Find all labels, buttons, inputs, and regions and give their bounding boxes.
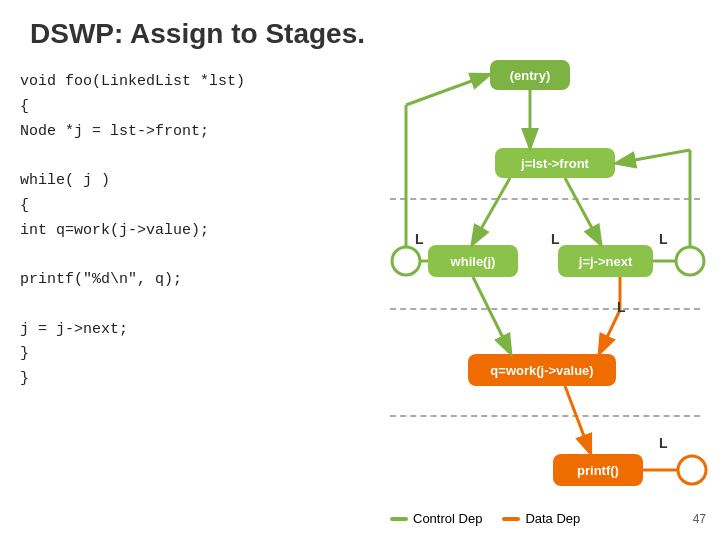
legend-data-dep: Data Dep: [502, 511, 580, 526]
stage-jlst: j=lst->front: [495, 148, 615, 178]
code-line-12: }: [20, 342, 245, 367]
code-line-9: printf("%d\n", q);: [20, 268, 245, 293]
svg-line-16: [600, 310, 620, 352]
code-line-11: j = j->next;: [20, 318, 245, 343]
code-line-8: [20, 243, 245, 268]
data-dep-label: Data Dep: [525, 511, 580, 526]
code-line-13: }: [20, 367, 245, 392]
slide-number: 47: [693, 512, 706, 526]
separator-line-3: [390, 415, 700, 417]
svg-text:L: L: [617, 299, 626, 315]
svg-line-7: [618, 150, 690, 163]
svg-point-4: [676, 247, 704, 275]
stage-entry: (entry): [490, 60, 570, 90]
separator-line-2: [390, 308, 700, 310]
svg-point-13: [678, 456, 706, 484]
control-dep-label: Control Dep: [413, 511, 482, 526]
code-line-6: {: [20, 194, 245, 219]
slide-title: DSWP: Assign to Stages.: [30, 18, 365, 50]
svg-text:L: L: [551, 231, 560, 247]
svg-text:L: L: [659, 231, 668, 247]
svg-line-3: [473, 277, 510, 352]
legend-control-dep: Control Dep: [390, 511, 482, 526]
control-dep-color: [390, 517, 408, 521]
data-dep-color: [502, 517, 520, 521]
svg-text:L: L: [659, 435, 668, 451]
stage-printf: printf(): [553, 454, 643, 486]
svg-line-12: [565, 386, 590, 452]
code-line-1: void foo(LinkedList *lst): [20, 70, 245, 95]
code-line-2: {: [20, 95, 245, 120]
svg-line-2: [565, 178, 600, 243]
svg-line-1: [473, 178, 510, 243]
svg-text:L: L: [415, 231, 424, 247]
stage-jjnext: j=j->next: [558, 245, 653, 277]
stage-qwork: q=work(j->value): [468, 354, 616, 386]
code-line-4: [20, 144, 245, 169]
code-block: void foo(LinkedList *lst) { Node *j = ls…: [20, 70, 245, 392]
code-line-7: int q=work(j->value);: [20, 219, 245, 244]
code-line-10: [20, 293, 245, 318]
svg-point-8: [392, 247, 420, 275]
separator-line-1: [390, 198, 700, 200]
code-line-5: while( j ): [20, 169, 245, 194]
code-line-3: Node *j = lst->front;: [20, 120, 245, 145]
svg-line-11: [406, 75, 488, 105]
stage-whilej: while(j): [428, 245, 518, 277]
legend: Control Dep Data Dep: [390, 511, 580, 526]
